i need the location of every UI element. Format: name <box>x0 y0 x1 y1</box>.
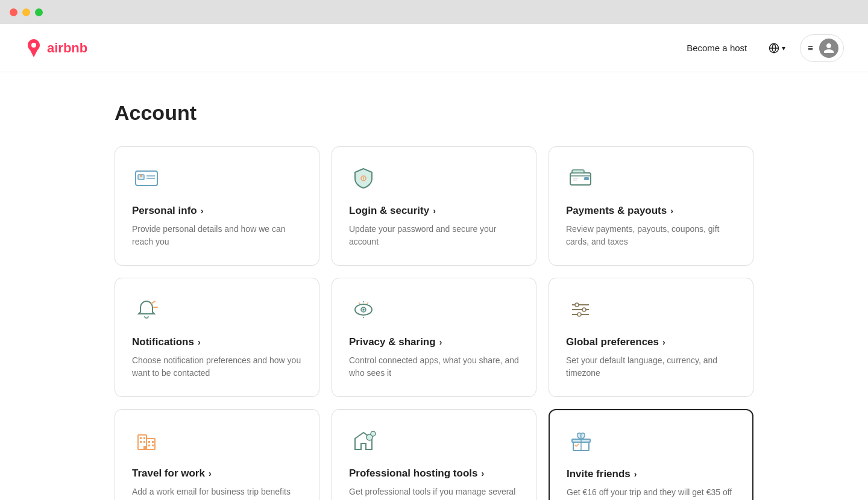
card-login-security[interactable]: Login & security › Update your password … <box>332 146 536 266</box>
card-icon-professional-hosting <box>349 427 378 455</box>
svg-rect-25 <box>140 441 142 443</box>
svg-point-14 <box>363 309 365 311</box>
close-btn[interactable] <box>10 8 17 16</box>
card-desc-privacy-sharing: Control connected apps, what you share, … <box>349 354 519 380</box>
become-host-button[interactable]: Become a host <box>679 38 754 58</box>
chevron-down-icon: ▾ <box>782 44 785 52</box>
avatar <box>819 39 838 58</box>
card-global-preferences[interactable]: Global preferences › Set your default la… <box>549 278 753 397</box>
card-title-travel-for-work: Travel for work › <box>132 467 302 480</box>
chevron-right-icon: › <box>201 206 204 216</box>
card-title-professional-hosting: Professional hosting tools › <box>349 467 519 480</box>
chevron-right-icon: › <box>209 469 212 478</box>
card-desc-notifications: Choose notification preferences and how … <box>132 354 302 380</box>
svg-rect-30 <box>152 445 154 446</box>
page-title: Account <box>115 101 753 125</box>
svg-point-19 <box>582 308 586 311</box>
chevron-right-icon: › <box>439 337 442 347</box>
card-icon-payments-payouts <box>566 164 595 193</box>
svg-point-20 <box>577 313 581 316</box>
svg-rect-28 <box>152 441 154 443</box>
card-icon-personal-info <box>132 164 161 193</box>
chevron-right-icon: › <box>433 206 436 216</box>
svg-rect-27 <box>148 441 150 443</box>
logo-link[interactable]: airbnb <box>24 39 87 58</box>
navbar: airbnb Become a host ▾ ≡ <box>0 24 868 72</box>
card-title-personal-info: Personal info › <box>132 205 302 217</box>
chevron-right-icon: › <box>198 337 201 347</box>
language-button[interactable]: ▾ <box>764 38 790 58</box>
window-chrome <box>0 0 868 24</box>
svg-rect-9 <box>572 170 584 173</box>
card-notifications[interactable]: Notifications › Choose notification pref… <box>115 278 319 397</box>
card-icon-privacy-sharing <box>349 295 378 324</box>
app: airbnb Become a host ▾ ≡ Acc <box>0 24 868 500</box>
chevron-right-icon: › <box>670 206 673 216</box>
svg-rect-26 <box>143 441 145 443</box>
svg-rect-23 <box>140 437 142 439</box>
nav-right: Become a host ▾ ≡ <box>679 34 844 62</box>
chevron-right-icon: › <box>662 337 665 347</box>
card-title-login-security: Login & security › <box>349 205 519 217</box>
card-icon-global-preferences <box>566 295 595 324</box>
hamburger-icon: ≡ <box>808 43 813 53</box>
card-icon-travel-for-work <box>132 427 161 455</box>
card-professional-hosting[interactable]: Professional hosting tools › Get profess… <box>332 409 536 500</box>
page-content: Account Personal info › Provide personal… <box>90 72 778 500</box>
card-desc-invite-friends: Get €16 off your trip and they will get … <box>567 486 735 499</box>
card-title-notifications: Notifications › <box>132 336 302 348</box>
card-icon-notifications <box>132 295 161 324</box>
svg-rect-24 <box>143 437 145 439</box>
chevron-right-icon: › <box>634 469 637 479</box>
card-title-global-preferences: Global preferences › <box>566 336 736 348</box>
card-title-invite-friends: Invite friends › <box>567 468 735 480</box>
minimize-btn[interactable] <box>22 8 30 16</box>
card-desc-login-security: Update your password and secure your acc… <box>349 223 519 248</box>
card-travel-for-work[interactable]: Travel for work › Add a work email for b… <box>115 409 319 500</box>
card-title-privacy-sharing: Privacy & sharing › <box>349 336 519 348</box>
card-desc-personal-info: Provide personal details and how we can … <box>132 223 302 248</box>
globe-icon <box>769 43 779 54</box>
card-icon-login-security <box>349 164 378 193</box>
svg-rect-29 <box>148 445 150 446</box>
card-desc-global-preferences: Set your default language, currency, and… <box>566 354 736 380</box>
maximize-btn[interactable] <box>35 8 43 16</box>
svg-rect-8 <box>584 177 589 180</box>
svg-rect-31 <box>143 446 146 449</box>
airbnb-logo-icon <box>24 39 43 58</box>
svg-point-5 <box>140 175 142 177</box>
card-title-payments-payouts: Payments & payouts › <box>566 205 736 217</box>
user-menu-button[interactable]: ≡ <box>800 34 844 62</box>
card-invite-friends[interactable]: Invite friends › Get €16 off your trip a… <box>549 409 753 500</box>
card-desc-professional-hosting: Get professional tools if you manage sev… <box>349 486 519 500</box>
cards-grid: Personal info › Provide personal details… <box>115 146 753 500</box>
user-avatar-icon <box>823 42 835 54</box>
card-desc-payments-payouts: Review payments, payouts, coupons, gift … <box>566 223 736 248</box>
card-privacy-sharing[interactable]: Privacy & sharing › Control connected ap… <box>332 278 536 397</box>
card-personal-info[interactable]: Personal info › Provide personal details… <box>115 146 319 266</box>
card-desc-travel-for-work: Add a work email for business trip benef… <box>132 486 302 498</box>
card-payments-payouts[interactable]: Payments & payouts › Review payments, pa… <box>549 146 753 266</box>
svg-point-18 <box>575 303 579 307</box>
svg-rect-22 <box>146 439 155 449</box>
chevron-right-icon: › <box>481 469 484 478</box>
card-icon-invite-friends <box>567 427 596 456</box>
svg-point-33 <box>371 431 376 436</box>
logo-text: airbnb <box>47 40 87 56</box>
